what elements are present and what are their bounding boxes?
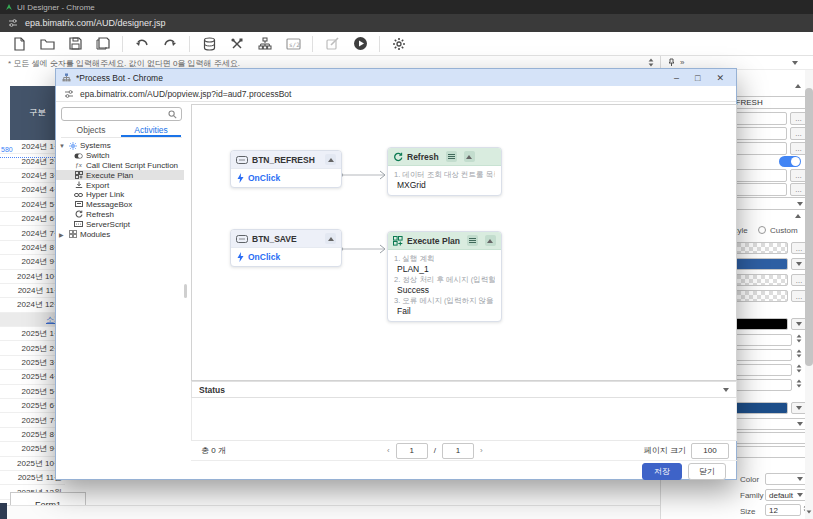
tools-button[interactable] bbox=[228, 35, 246, 53]
run-button[interactable] bbox=[351, 35, 369, 53]
node-menu-button[interactable] bbox=[446, 151, 457, 162]
lightning-icon bbox=[237, 173, 244, 183]
address-bar[interactable]: epa.bimatrix.com/AUD/designer.jsp bbox=[0, 14, 813, 32]
new-file-button[interactable] bbox=[10, 35, 28, 53]
collapse-node-button[interactable] bbox=[325, 233, 336, 244]
minimize-button[interactable]: – bbox=[674, 73, 679, 83]
tab-objects[interactable]: Objects bbox=[61, 125, 121, 137]
node-field-value: Fail bbox=[394, 306, 495, 317]
sitemap-button[interactable] bbox=[256, 35, 274, 53]
total-count: 총 0 개 bbox=[191, 445, 226, 456]
database-button[interactable] bbox=[200, 35, 218, 53]
tune-icon bbox=[8, 18, 18, 28]
stepper-buttons[interactable] bbox=[796, 379, 802, 388]
panel-splitter-handle[interactable] bbox=[184, 284, 187, 298]
page-input[interactable] bbox=[396, 443, 428, 459]
script-window-button[interactable]: s/2 bbox=[284, 35, 302, 53]
section-collapse-icon[interactable] bbox=[795, 214, 801, 218]
section-collapse-icon[interactable] bbox=[795, 84, 801, 88]
tree-node-call-client-script-function[interactable]: ƒx Call Client Script Function bbox=[56, 161, 184, 171]
tree-node-export[interactable]: Export bbox=[56, 180, 184, 190]
search-input[interactable] bbox=[61, 107, 182, 121]
font-family-select[interactable]: default bbox=[765, 489, 807, 501]
page-count-input[interactable] bbox=[442, 443, 474, 459]
export-icon bbox=[74, 181, 83, 189]
settings-gear-button[interactable] bbox=[390, 35, 408, 53]
window-titlebar: UI Designer - Chrome bbox=[0, 0, 813, 14]
pagination-bar: 총 0 개 ‹ / › 페이지 크기 bbox=[191, 441, 737, 461]
close-dialog-button[interactable]: 닫기 bbox=[688, 463, 726, 480]
prev-page-icon[interactable]: ‹ bbox=[387, 446, 390, 455]
tab-activities[interactable]: Activities bbox=[121, 125, 181, 137]
node-execute-plan[interactable]: Execute Plan 1. 실행 계획 PLAN_1 2. 정상 처리 후 … bbox=[387, 231, 502, 322]
popup-titlebar[interactable]: *Process Bot - Chrome – □ ✕ bbox=[56, 69, 736, 86]
node-field-value: MXGrid bbox=[394, 180, 495, 191]
save-all-button[interactable] bbox=[94, 35, 112, 53]
node-btn-refresh[interactable]: BTN_REFRESH OnClick bbox=[230, 150, 342, 188]
event-onclick[interactable]: OnClick bbox=[237, 173, 335, 183]
app-logo-icon bbox=[5, 3, 13, 11]
save-button[interactable]: 저장 bbox=[642, 463, 682, 480]
tree-node-modules[interactable]: ▶ Modules bbox=[56, 229, 184, 239]
tree-node-switch[interactable]: Switch bbox=[56, 151, 184, 161]
open-folder-button[interactable] bbox=[38, 35, 56, 53]
bottom-strip bbox=[0, 505, 660, 519]
font-size-field[interactable]: 12 bbox=[765, 504, 801, 516]
scroll-down-icon[interactable] bbox=[807, 510, 812, 513]
toolbar-divider bbox=[379, 36, 380, 52]
close-button[interactable]: ✕ bbox=[716, 73, 724, 83]
function-icon: ƒx bbox=[74, 161, 83, 169]
refresh-icon bbox=[393, 152, 403, 162]
pin-icon[interactable] bbox=[668, 58, 675, 67]
visible-toggle[interactable] bbox=[779, 156, 801, 167]
next-page-icon[interactable]: › bbox=[480, 446, 483, 455]
maximize-button[interactable]: □ bbox=[695, 73, 700, 83]
node-menu-button[interactable] bbox=[467, 235, 478, 246]
switch-icon bbox=[74, 153, 83, 159]
button-icon bbox=[236, 235, 248, 243]
custom-radio-label: Custom bbox=[770, 226, 798, 235]
caret-down-icon[interactable]: ▼ bbox=[59, 143, 65, 149]
node-title: Refresh bbox=[407, 152, 439, 162]
stepper-buttons[interactable] bbox=[796, 334, 802, 343]
page-size-label: 페이지 크기 bbox=[644, 445, 686, 456]
tree-node-systems[interactable]: ▼ Systems bbox=[56, 141, 184, 151]
gear-icon bbox=[68, 142, 77, 150]
tree-node-messagebox[interactable]: MessageBox bbox=[56, 200, 184, 210]
redo-button[interactable] bbox=[161, 35, 179, 53]
collapse-node-button[interactable] bbox=[485, 235, 496, 246]
url-text: epa.bimatrix.com/AUD/designer.jsp bbox=[25, 18, 166, 28]
stepper-buttons[interactable] bbox=[796, 364, 802, 373]
execute-plan-icon bbox=[74, 171, 83, 179]
flow-canvas[interactable]: BTN_REFRESH OnClick Refresh bbox=[191, 104, 737, 381]
undo-button[interactable] bbox=[133, 35, 151, 53]
node-refresh[interactable]: Refresh 1. 데이터 조회 대상 컨트롤 목록 MXGrid bbox=[387, 147, 502, 196]
node-btn-save[interactable]: BTN_SAVE OnClick bbox=[230, 229, 342, 267]
collapse-node-button[interactable] bbox=[464, 151, 475, 162]
panel-chevron-down-icon[interactable] bbox=[792, 61, 798, 65]
font-family-label: Family bbox=[740, 491, 764, 500]
panel-scrollbar-thumb[interactable] bbox=[805, 88, 813, 366]
toolbar-divider bbox=[189, 36, 190, 52]
mini-stepper[interactable] bbox=[648, 58, 654, 67]
custom-radio[interactable] bbox=[758, 226, 766, 234]
edit-button[interactable] bbox=[323, 35, 341, 53]
refresh-icon bbox=[74, 210, 83, 218]
save-button[interactable] bbox=[66, 35, 84, 53]
font-color-select[interactable] bbox=[765, 473, 807, 485]
tree-node-execute-plan[interactable]: Execute Plan bbox=[56, 170, 184, 180]
process-bot-popup: *Process Bot - Chrome – □ ✕ epa.bimatrix… bbox=[55, 68, 737, 480]
event-onclick[interactable]: OnClick bbox=[237, 252, 335, 262]
collapse-node-button[interactable] bbox=[325, 154, 336, 165]
tree-node-refresh[interactable]: Refresh bbox=[56, 210, 184, 220]
stepper-buttons[interactable] bbox=[796, 349, 802, 358]
status-section-header[interactable]: Status bbox=[191, 381, 737, 398]
font-size-label: Size bbox=[740, 507, 756, 516]
tree-node-hyper-link[interactable]: Hyper Link bbox=[56, 190, 184, 200]
tree-node-serverscript[interactable]: ServerScript bbox=[56, 219, 184, 229]
caret-right-icon[interactable]: ▶ bbox=[59, 231, 65, 238]
popup-title: *Process Bot - Chrome bbox=[76, 73, 163, 83]
collapse-panel-icon[interactable]: » bbox=[680, 58, 684, 67]
popup-address-bar[interactable]: epa.bimatrix.com/AUD/popview.jsp?id=aud7… bbox=[56, 86, 736, 102]
page-size-input[interactable] bbox=[691, 443, 729, 459]
